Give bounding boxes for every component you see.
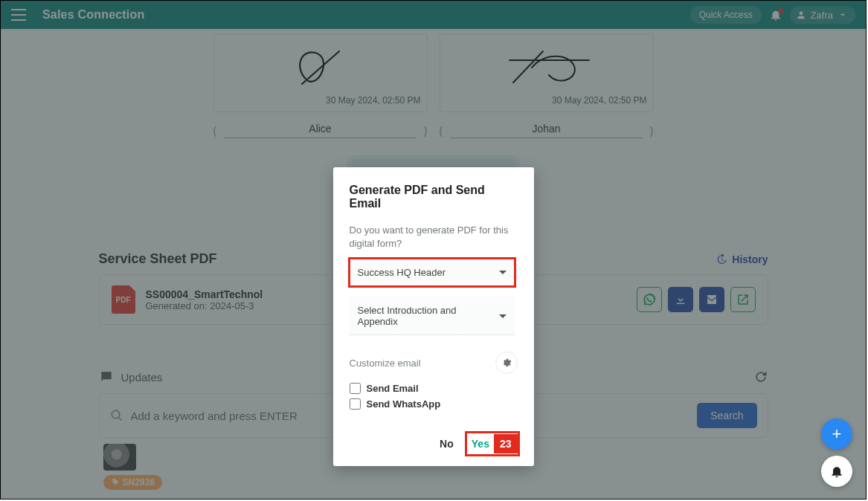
step-badge: 23 xyxy=(494,434,518,453)
send-whatsapp-checkbox-row[interactable]: Send WhatsApp xyxy=(350,398,518,410)
add-fab[interactable]: + xyxy=(821,418,852,450)
send-whatsapp-checkbox[interactable] xyxy=(350,398,361,410)
modal-question: Do you want to generate PDF for this dig… xyxy=(350,224,518,250)
chevron-down-icon xyxy=(499,271,507,274)
chevron-down-icon xyxy=(499,314,507,318)
gear-icon xyxy=(501,358,512,368)
generate-pdf-modal: Generate PDF and Send Email Do you want … xyxy=(333,167,534,466)
yes-button-highlight: Yes 23 xyxy=(467,433,518,454)
customize-email-gear[interactable] xyxy=(495,352,518,374)
yes-button[interactable]: Yes xyxy=(467,433,494,454)
customize-email-label: Customize email xyxy=(350,358,421,369)
modal-title: Generate PDF and Send Email xyxy=(350,184,518,210)
intro-appendix-select[interactable]: Select Introduction and Appendix xyxy=(350,297,515,335)
notification-fab[interactable] xyxy=(821,456,852,487)
bell-icon xyxy=(829,464,844,479)
send-email-checkbox[interactable] xyxy=(350,383,361,394)
send-email-checkbox-row[interactable]: Send Email xyxy=(350,383,518,394)
no-button[interactable]: No xyxy=(437,433,457,454)
modal-overlay[interactable]: Generate PDF and Send Email Do you want … xyxy=(1,1,866,499)
header-select[interactable]: Success HQ Header xyxy=(350,259,515,286)
